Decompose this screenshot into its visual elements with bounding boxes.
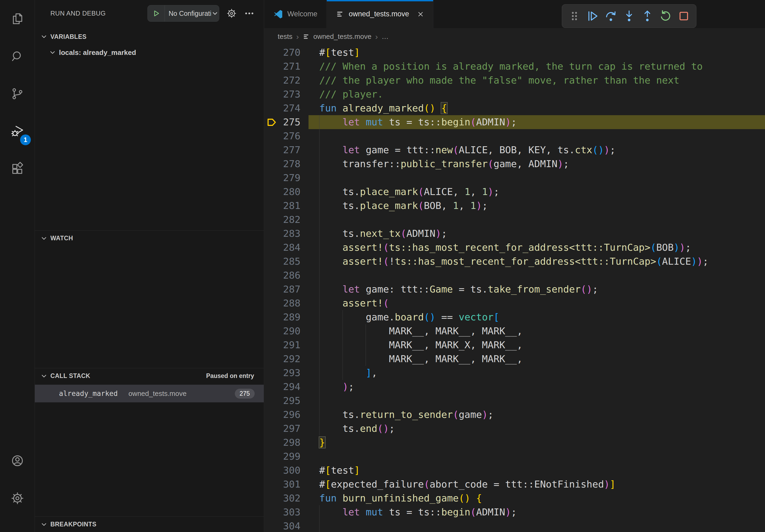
gutter-290[interactable]: 290 (264, 324, 309, 338)
gutter-273[interactable]: 273 (264, 87, 309, 101)
gutter-302[interactable]: 302 (264, 491, 309, 505)
tab-owned-tests[interactable]: owned_tests.move (327, 0, 433, 28)
gutter-292[interactable]: 292 (264, 352, 309, 366)
gutter-276[interactable]: 276 (264, 129, 309, 143)
code-line-303[interactable]: 303 let mut ts = ts::begin(ADMIN); (264, 505, 765, 519)
gutter-294[interactable]: 294 (264, 380, 309, 394)
gutter-283[interactable]: 283 (264, 227, 309, 241)
code-line-285[interactable]: 285 assert!(!ts::has_most_recent_for_add… (264, 254, 765, 268)
code-line-278[interactable]: 278 transfer::public_transfer(game, ADMI… (264, 157, 765, 171)
section-variables[interactable]: VARIABLES (35, 29, 264, 45)
code-line-299[interactable]: 299 (264, 449, 765, 463)
code-line-276[interactable]: 276 (264, 129, 765, 143)
gutter-293[interactable]: 293 (264, 366, 309, 380)
config-dropdown-chevron[interactable] (211, 9, 219, 17)
code-line-272[interactable]: 272/// the player who made the "false" m… (264, 73, 765, 87)
activity-bar-account[interactable] (0, 442, 35, 479)
code-line-277[interactable]: 277 let game = ttt::new(ALICE, BOB, KEY,… (264, 143, 765, 157)
breadcrumb-more[interactable]: … (382, 32, 389, 41)
code-line-288[interactable]: 288 assert!( (264, 296, 765, 310)
code-line-286[interactable]: 286 (264, 268, 765, 282)
activity-bar-search[interactable] (0, 38, 35, 75)
gutter-291[interactable]: 291 (264, 338, 309, 352)
code-line-271[interactable]: 271/// When a position is already marked… (264, 60, 765, 73)
code-line-284[interactable]: 284 assert!(ts::has_most_recent_for_addr… (264, 241, 765, 254)
gutter-299[interactable]: 299 (264, 449, 309, 463)
gutter-295[interactable]: 295 (264, 394, 309, 408)
activity-bar-run-and-debug[interactable]: 1 (0, 113, 35, 150)
code-line-292[interactable]: 292 MARK__, MARK__, MARK__, (264, 352, 765, 366)
code-line-275[interactable]: 275 let mut ts = ts::begin(ADMIN); (264, 115, 765, 129)
gutter-297[interactable]: 297 (264, 421, 309, 435)
config-dropdown[interactable]: No Configurations (165, 10, 211, 17)
code-line-279[interactable]: 279 (264, 171, 765, 185)
gutter-298[interactable]: 298 (264, 435, 309, 449)
gutter-280[interactable]: 280 (264, 185, 309, 199)
code-line-302[interactable]: 302fun burn_unfinished_game() { (264, 491, 765, 505)
tab-welcome[interactable]: Welcome (264, 0, 327, 28)
gutter-282[interactable]: 282 (264, 213, 309, 227)
gutter-278[interactable]: 278 (264, 157, 309, 171)
code-line-280[interactable]: 280 ts.place_mark(ALICE, 1, 1); (264, 185, 765, 199)
code-line-300[interactable]: 300#[test] (264, 463, 765, 477)
section-breakpoints[interactable]: BREAKPOINTS (35, 516, 264, 532)
gutter-272[interactable]: 272 (264, 73, 309, 87)
restart-button[interactable] (657, 8, 674, 24)
gutter-300[interactable]: 300 (264, 463, 309, 477)
code-line-291[interactable]: 291 MARK__, MARK_X, MARK__, (264, 338, 765, 352)
gutter-284[interactable]: 284 (264, 241, 309, 254)
code-line-273[interactable]: 273/// player. (264, 87, 765, 101)
breadcrumb-file[interactable]: owned_tests.move (313, 32, 372, 41)
gutter-277[interactable]: 277 (264, 143, 309, 157)
debug-settings-button[interactable] (226, 8, 237, 19)
code-lines[interactable]: 270#[test]271/// When a position is alre… (264, 46, 765, 532)
code-line-293[interactable]: 293 ], (264, 366, 765, 380)
code-line-290[interactable]: 290 MARK__, MARK__, MARK__, (264, 324, 765, 338)
section-call-stack[interactable]: CALL STACK Paused on entry (35, 368, 264, 384)
more-actions-button[interactable] (244, 8, 255, 19)
variables-locals-row[interactable]: locals: already_marked (35, 45, 264, 60)
code-line-270[interactable]: 270#[test] (264, 46, 765, 60)
toolbar-drag-handle[interactable] (566, 8, 582, 24)
code-line-304[interactable]: 304 (264, 519, 765, 532)
section-watch[interactable]: WATCH (35, 230, 264, 246)
activity-bar-source-control[interactable] (0, 75, 35, 113)
start-debug-button[interactable] (148, 5, 165, 21)
step-out-button[interactable] (639, 8, 655, 24)
code-line-281[interactable]: 281 ts.place_mark(BOB, 1, 1); (264, 199, 765, 213)
gutter-304[interactable]: 304 (264, 519, 309, 532)
code-line-296[interactable]: 296 ts.return_to_sender(game); (264, 408, 765, 421)
stop-button[interactable] (676, 8, 692, 24)
gutter-274[interactable]: 274 (264, 101, 309, 115)
gutter-285[interactable]: 285 (264, 254, 309, 268)
gutter-296[interactable]: 296 (264, 408, 309, 421)
gutter-275[interactable]: 275 (264, 115, 309, 129)
code-line-287[interactable]: 287 let game: ttt::Game = ts.take_from_s… (264, 282, 765, 296)
gutter-281[interactable]: 281 (264, 199, 309, 213)
step-into-button[interactable] (621, 8, 637, 24)
gutter-270[interactable]: 270 (264, 46, 309, 60)
activity-bar-extensions[interactable] (0, 150, 35, 187)
close-tab-button[interactable] (417, 11, 424, 18)
code-line-301[interactable]: 301#[expected_failure(abort_code = ttt::… (264, 477, 765, 491)
continue-button[interactable] (585, 8, 601, 24)
code-line-283[interactable]: 283 ts.next_tx(ADMIN); (264, 227, 765, 241)
gutter-303[interactable]: 303 (264, 505, 309, 519)
step-over-button[interactable] (603, 8, 619, 24)
call-stack-frame[interactable]: already_marked owned_tests.move 275 (35, 385, 264, 402)
code-line-294[interactable]: 294 ); (264, 380, 765, 394)
activity-bar-settings[interactable] (0, 479, 35, 517)
gutter-289[interactable]: 289 (264, 310, 309, 324)
gutter-286[interactable]: 286 (264, 268, 309, 282)
code-line-282[interactable]: 282 (264, 213, 765, 227)
code-line-297[interactable]: 297 ts.end(); (264, 421, 765, 435)
gutter-287[interactable]: 287 (264, 282, 309, 296)
activity-bar-explorer[interactable] (0, 0, 35, 38)
code-line-295[interactable]: 295 (264, 394, 765, 408)
gutter-301[interactable]: 301 (264, 477, 309, 491)
breadcrumb-tests[interactable]: tests (278, 32, 293, 41)
gutter-271[interactable]: 271 (264, 60, 309, 73)
code-line-274[interactable]: 274fun already_marked() { (264, 101, 765, 115)
gutter-288[interactable]: 288 (264, 296, 309, 310)
code-line-289[interactable]: 289 game.board() == vector[ (264, 310, 765, 324)
